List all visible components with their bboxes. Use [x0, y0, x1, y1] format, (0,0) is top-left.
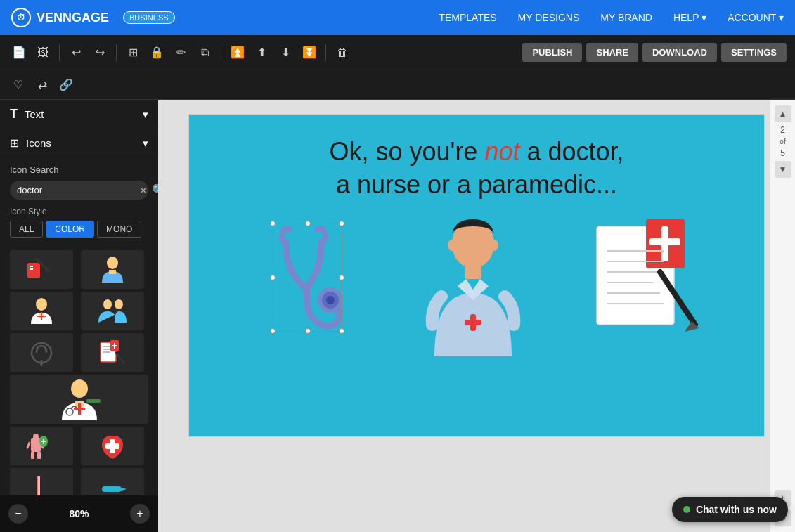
chat-widget[interactable]: Chat with us now [672, 497, 788, 522]
download-button[interactable]: DOWNLOAD [642, 43, 717, 62]
replace-icon[interactable]: ⇄ [32, 75, 52, 95]
handle-bl[interactable] [270, 328, 276, 334]
handle-tr[interactable] [339, 221, 344, 226]
link-icon[interactable]: 🔗 [56, 75, 76, 95]
handle-tl[interactable] [270, 221, 276, 226]
handle-ml[interactable] [270, 275, 276, 280]
edit-icon[interactable]: ✏ [170, 42, 191, 63]
logo[interactable]: ⏱ VENNGAGE [11, 8, 109, 27]
move-up-icon[interactable]: ⬆ [251, 42, 272, 63]
search-clear-icon[interactable]: ✕ [139, 185, 148, 196]
text-chevron: ▾ [143, 108, 148, 121]
nav-templates[interactable]: TEMPLATES [439, 12, 496, 23]
grid-icon[interactable]: ⊞ [122, 42, 143, 63]
svg-rect-71 [649, 238, 680, 245]
page-of: of [780, 138, 785, 145]
svg-rect-65 [465, 265, 481, 279]
svg-point-4 [107, 257, 118, 269]
svg-rect-9 [41, 312, 42, 320]
heart-icon[interactable]: ♡ [8, 75, 28, 95]
delete-icon[interactable]: 🗑 [332, 42, 353, 63]
nav-account[interactable]: ACCOUNT ▾ [728, 12, 784, 23]
list-item[interactable] [81, 333, 144, 372]
list-item[interactable] [10, 250, 73, 289]
chat-label: Chat with us now [696, 504, 777, 515]
svg-rect-0 [27, 263, 40, 278]
stethoscope-container[interactable] [251, 216, 363, 342]
handle-tm[interactable] [305, 221, 311, 226]
sep2 [116, 44, 117, 61]
list-item[interactable] [10, 375, 148, 424]
nav-help[interactable]: HELP ▾ [673, 12, 706, 23]
svg-rect-18 [103, 351, 110, 353]
icons-icon: ⊞ [10, 136, 19, 150]
business-badge: BUSINESS [123, 11, 175, 24]
svg-line-31 [27, 443, 30, 448]
scroll-up-button[interactable]: ▲ [775, 105, 791, 122]
canvas-area: Ok, so you're not a doctor, a nurse or a… [158, 100, 795, 532]
tab-color[interactable]: COLOR [46, 221, 94, 238]
move-top-icon[interactable]: ⏫ [227, 42, 248, 63]
clipboard-icon [583, 216, 702, 342]
list-item[interactable] [81, 250, 144, 289]
canvas-text-highlight: not [484, 137, 519, 166]
text-section: T Text ▾ [0, 100, 158, 129]
lock-icon[interactable]: 🔒 [146, 42, 167, 63]
list-item[interactable] [10, 292, 73, 330]
nav-my-brand[interactable]: MY BRAND [600, 12, 652, 23]
svg-rect-39 [105, 443, 119, 449]
svg-point-23 [71, 379, 88, 398]
icon-search-section: Icon Search ✕ 🔍 Icon Style ALL COLOR MON… [0, 157, 158, 245]
clipboard-container [583, 216, 702, 342]
canvas-text-line1-end: a doctor, [519, 137, 623, 166]
logo-icon: ⏱ [11, 8, 31, 27]
list-item[interactable] [81, 292, 144, 330]
page-icon[interactable]: 📄 [8, 42, 30, 63]
move-down-icon[interactable]: ⬇ [275, 42, 296, 63]
nav-links: TEMPLATES MY DESIGNS MY BRAND HELP ▾ ACC… [439, 12, 784, 23]
share-button[interactable]: SHARE [586, 43, 638, 62]
sidebar: T Text ▾ ⊞ Icons ▾ Icon Search ✕ 🔍 [0, 100, 158, 532]
page-current: 2 [780, 125, 785, 135]
toolbar-actions: PUBLISH SHARE DOWNLOAD SETTINGS [522, 43, 787, 62]
tab-all[interactable]: ALL [10, 221, 43, 238]
list-item[interactable] [10, 427, 73, 465]
copy-icon[interactable]: ⧉ [194, 42, 215, 63]
settings-button[interactable]: SETTINGS [721, 43, 787, 62]
style-tabs: ALL COLOR MONO [10, 221, 148, 238]
svg-line-22 [116, 353, 124, 363]
svg-rect-26 [78, 403, 81, 415]
svg-rect-1 [30, 266, 33, 267]
icon-grid: ✦ [0, 245, 158, 532]
list-item[interactable] [81, 427, 144, 465]
toolbar-row1: 📄 🖼 ↩ ↪ ⊞ 🔒 ✏ ⧉ ⏫ ⬆ ⬇ ⏬ 🗑 PUBLISH SHARE … [0, 35, 795, 70]
nav-my-designs[interactable]: MY DESIGNS [518, 12, 580, 23]
page-total: 5 [780, 148, 785, 158]
tab-mono[interactable]: MONO [97, 221, 141, 238]
icons-label: Icons [26, 137, 51, 149]
handle-mr[interactable] [339, 275, 344, 280]
handle-br[interactable] [339, 328, 344, 334]
search-input[interactable] [17, 185, 135, 195]
svg-rect-29 [31, 438, 41, 452]
scroll-down-button[interactable]: ▼ [775, 161, 791, 178]
icons-header[interactable]: ⊞ Icons ▾ [0, 129, 158, 157]
zoom-in-button[interactable]: + [130, 504, 150, 524]
search-submit-icon[interactable]: 🔍 [152, 183, 158, 197]
list-item[interactable] [10, 333, 73, 372]
move-bottom-icon[interactable]: ⏬ [299, 42, 320, 63]
svg-rect-67 [470, 314, 476, 331]
text-header[interactable]: T Text ▾ [0, 100, 158, 129]
icon-style-label: Icon Style [10, 207, 148, 216]
canvas-text-line1-start: Ok, so you're [329, 137, 484, 166]
svg-rect-2 [30, 268, 33, 270]
image-icon[interactable]: 🖼 [32, 42, 53, 63]
publish-button[interactable]: PUBLISH [522, 43, 582, 62]
handle-bm[interactable] [305, 328, 311, 334]
redo-icon[interactable]: ↪ [89, 42, 110, 63]
undo-icon[interactable]: ↩ [65, 42, 86, 63]
zoom-out-button[interactable]: − [8, 504, 28, 524]
icons-header-left: ⊞ Icons [10, 136, 51, 150]
canvas-icons-row [189, 209, 764, 363]
sep4 [325, 44, 326, 61]
